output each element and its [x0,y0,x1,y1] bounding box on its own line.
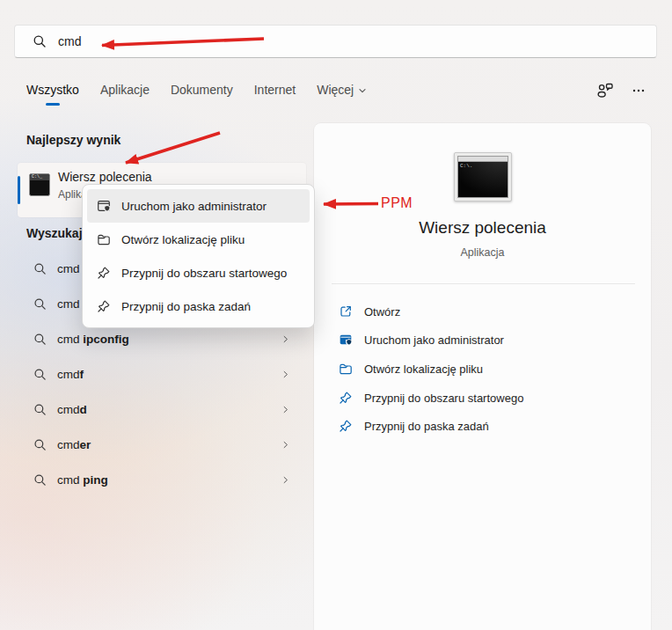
web-search-header: Wyszukaj [26,226,83,240]
suggestion-row[interactable]: cmd ipconfig [18,326,306,352]
open-icon [339,304,353,319]
search-icon [33,403,47,416]
windows-search-window: cmd Wszystko Aplikacje Dokumenty Interne… [0,0,672,630]
pin-icon [97,299,111,313]
best-result-header: Najlepszy wynik [26,133,121,147]
suggestion-row[interactable]: cmdd [18,396,306,422]
suggestion-row[interactable]: cmder [18,431,306,458]
best-result-title: Wiersz polecenia [58,170,152,184]
account-feedback-icon[interactable] [596,81,614,99]
pin-icon [339,419,353,433]
menu-item-open-file-location[interactable]: Otwórz lokalizację pliku [87,223,310,256]
tab-internet[interactable]: Internet [254,83,296,106]
search-icon [33,368,47,381]
tab-aplikacje[interactable]: Aplikacje [100,83,150,106]
menu-item-pin-to-taskbar[interactable]: Przypnij do paska zadań [87,289,310,323]
chevron-down-icon [358,86,367,95]
menu-item-run-as-admin[interactable]: Uruchom jako administrator [87,189,310,223]
action-open-file-location[interactable]: Otwórz lokalizację pliku [332,355,637,383]
search-icon [33,333,47,346]
cmd-app-icon: C:\_ [29,173,50,196]
divider [332,283,635,284]
preview-title: Wiersz polecenia [314,218,651,238]
preview-pane: C:\. Wiersz polecenia Aplikacja Otwórz U… [314,123,651,630]
search-icon [33,262,47,275]
arrow-to-best-result [126,133,220,163]
context-menu: Uruchom jako administrator Otwórz lokali… [82,184,315,328]
chevron-right-icon [281,334,290,344]
search-filter-tabs: Wszystko Aplikacje Dokumenty Internet Wi… [26,83,367,106]
folder-icon [339,362,353,376]
search-icon [33,473,47,487]
admin-shield-icon [97,199,111,213]
active-tab-indicator [46,103,60,106]
action-pin-to-start[interactable]: Przypnij do obszaru startowego [332,384,637,412]
action-run-as-admin[interactable]: Uruchom jako administrator [332,326,637,354]
search-icon [33,438,47,451]
tab-dokumenty[interactable]: Dokumenty [171,83,233,106]
admin-shield-icon [339,333,353,347]
search-query-text: cmd [58,34,81,48]
cmd-app-icon-large: C:\. [454,152,512,201]
search-icon [33,297,47,311]
preview-subtitle: Aplikacja [314,246,651,259]
tab-wiecej[interactable]: Więcej [317,83,367,106]
pin-icon [97,266,111,280]
suggestion-row[interactable]: cmd ping [18,466,306,493]
more-options-icon[interactable] [630,84,647,98]
chevron-right-icon [281,405,290,414]
menu-item-pin-to-start[interactable]: Przypnij do obszaru startowego [87,256,310,289]
tab-wszystko[interactable]: Wszystko [26,83,79,106]
search-input[interactable]: cmd [14,25,657,58]
action-open[interactable]: Otwórz [332,297,637,326]
pin-icon [339,391,353,405]
folder-icon [97,232,111,246]
chevron-right-icon [281,370,290,379]
search-icon [33,34,47,48]
suggestion-row[interactable]: cmdf [18,361,306,387]
search-header-buttons [596,81,647,99]
action-pin-to-taskbar[interactable]: Przypnij do paska zadań [332,412,637,440]
chevron-right-icon [281,475,290,485]
chevron-right-icon [281,440,290,450]
selection-indicator [18,176,20,204]
